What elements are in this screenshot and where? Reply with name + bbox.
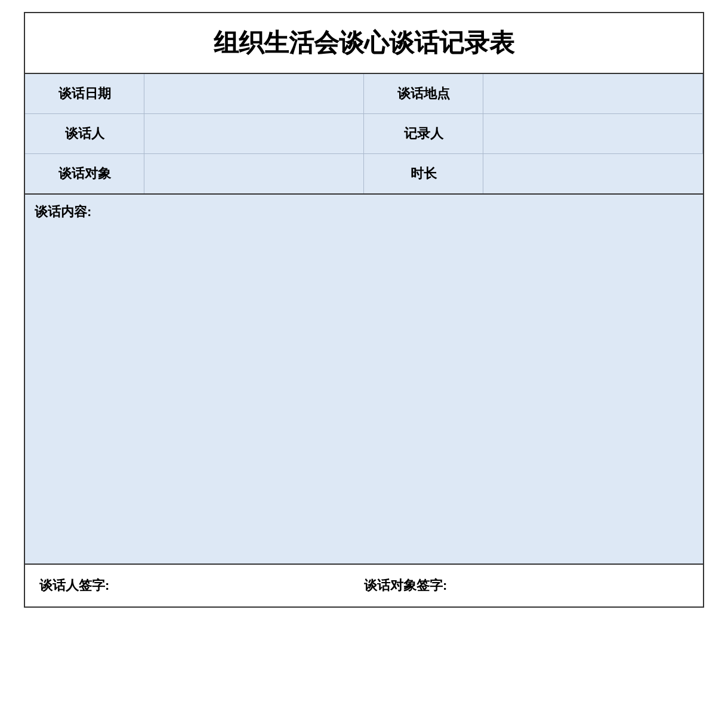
label-location: 谈话地点	[364, 74, 483, 114]
value-speaker[interactable]	[144, 114, 364, 154]
content-section: 谈话内容:	[25, 195, 703, 565]
info-grid: 谈话日期 谈话地点 谈话人 记录人 谈话对象 时长	[25, 74, 703, 195]
label-date: 谈话日期	[25, 74, 144, 114]
form-title: 组织生活会谈心谈话记录表	[25, 13, 703, 74]
footer-section: 谈话人签字: 谈话对象签字:	[25, 565, 703, 606]
value-target[interactable]	[144, 154, 364, 193]
value-date[interactable]	[144, 74, 364, 114]
content-label: 谈话内容:	[35, 203, 693, 221]
value-duration[interactable]	[483, 154, 703, 193]
label-recorder: 记录人	[364, 114, 483, 154]
label-speaker: 谈话人	[25, 114, 144, 154]
value-location[interactable]	[483, 74, 703, 114]
form-container: 组织生活会谈心谈话记录表 谈话日期 谈话地点 谈话人 记录人 谈话对象 时长 谈…	[24, 12, 704, 608]
label-duration: 时长	[364, 154, 483, 193]
signer1-label: 谈话人签字:	[39, 577, 364, 595]
value-recorder[interactable]	[483, 114, 703, 154]
signer2-label: 谈话对象签字:	[364, 577, 689, 595]
label-target: 谈话对象	[25, 154, 144, 193]
